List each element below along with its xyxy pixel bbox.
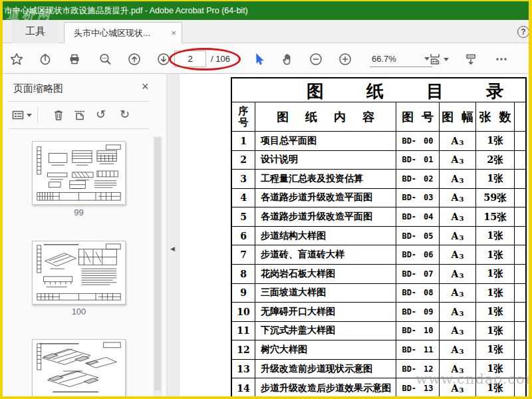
crop-page-icon[interactable] <box>73 108 86 122</box>
collapse-panel-icon[interactable]: ◀ <box>170 245 175 252</box>
cell-no: 5 <box>232 207 255 226</box>
rotate-left-icon[interactable]: ↺ <box>96 107 106 122</box>
thumbnail-page-100[interactable] <box>32 241 126 305</box>
search-icon[interactable] <box>98 53 112 66</box>
zoom-out-icon[interactable] <box>309 53 323 66</box>
code-number: 08 <box>424 288 433 297</box>
cell-remark <box>515 189 525 207</box>
hand-tool-icon[interactable] <box>281 53 294 66</box>
thumbnail-options-icon[interactable] <box>11 108 25 122</box>
cell-size: A3 <box>440 189 476 207</box>
tab-tools[interactable]: 工具 <box>12 20 59 43</box>
code-prefix: BD- <box>402 326 416 335</box>
size-letter: A <box>452 325 459 336</box>
cell-count: 1张 <box>476 265 515 283</box>
code-prefix: BD- <box>402 269 416 279</box>
panel-splitter[interactable]: ◀ <box>166 74 180 396</box>
cell-no: 9 <box>232 284 255 303</box>
print-icon[interactable] <box>68 53 81 66</box>
delete-page-icon[interactable] <box>52 108 65 122</box>
code-prefix: BD- <box>402 307 416 317</box>
more-options-icon[interactable] <box>495 53 508 66</box>
size-number: 3 <box>459 158 464 165</box>
size-number: 3 <box>459 367 464 374</box>
cell-no: 3 <box>232 170 255 188</box>
thumbnail-page-next[interactable] <box>32 339 126 396</box>
cell-remark <box>515 151 525 170</box>
cell-remark <box>515 207 525 226</box>
previous-page-icon[interactable] <box>128 53 141 66</box>
thumbnail-page-99[interactable] <box>32 141 126 205</box>
star-favorites-icon[interactable] <box>10 53 23 66</box>
cell-content: 升级改造前步道现状示意图 <box>255 360 396 378</box>
code-number: 03 <box>424 193 433 202</box>
cell-size: A3 <box>440 245 476 264</box>
cell-content: 项目总平面图 <box>255 132 396 150</box>
thumbnail-sketch <box>33 142 125 204</box>
cell-code: BD-02 <box>396 170 440 188</box>
cell-content: 无障碍开口大样图 <box>255 303 396 321</box>
zoom-level-value: 66.7% <box>370 54 396 64</box>
cell-code: BD-06 <box>396 245 440 264</box>
next-page-icon[interactable] <box>157 53 170 66</box>
help-icon[interactable]: ? <box>517 26 529 38</box>
chevron-down-icon[interactable] <box>27 114 32 117</box>
cell-count: 1张 <box>476 340 515 359</box>
cell-no: 12 <box>232 340 255 359</box>
thumbnails-scrollbar[interactable] <box>153 136 162 396</box>
divider <box>8 128 149 129</box>
cell-size: A3 <box>440 360 476 378</box>
code-prefix: BD- <box>402 345 416 354</box>
size-letter: A <box>452 269 459 279</box>
code-prefix: BD- <box>402 193 416 202</box>
zoom-in-icon[interactable] <box>338 53 352 66</box>
cell-code: BD-12 <box>396 360 440 378</box>
cell-no: 4 <box>232 189 255 207</box>
tab-close-icon[interactable]: × <box>171 29 176 37</box>
thumbnail-label: 99 <box>32 207 126 217</box>
cell-code: BD-07 <box>396 265 440 283</box>
cell-remark <box>515 245 525 264</box>
size-number: 3 <box>459 291 464 298</box>
cell-code: BD-05 <box>396 227 440 245</box>
tab-document-label: 头市中心城区现状... <box>74 27 150 39</box>
table-row: 11 下沉式井盖大样图 BD-10 A3 1张 <box>232 322 525 341</box>
table-body: 1 项目总平面图 BD-00 A3 1张 2 设计说明 BD-01 A3 2张 … <box>232 132 525 396</box>
page-scrolling-icon[interactable] <box>464 53 477 66</box>
table-row: 10 无障碍开口大样图 BD-09 A3 1张 <box>232 303 525 322</box>
zoom-level-select[interactable]: 66.7% <box>370 51 432 67</box>
select-cursor-icon[interactable] <box>253 53 266 66</box>
header-size: 图幅 <box>440 102 476 131</box>
cell-count: 1张 <box>476 170 515 188</box>
size-letter: A <box>452 211 459 222</box>
thumbnail-sketch <box>33 241 125 304</box>
chevron-down-icon[interactable] <box>444 58 449 61</box>
scrollbar-thumb[interactable] <box>154 138 161 390</box>
header-content: 图纸内容 <box>255 102 396 131</box>
fit-width-icon[interactable] <box>428 53 442 66</box>
panel-close-icon[interactable]: × <box>142 80 149 94</box>
code-prefix: BD- <box>402 155 416 164</box>
code-number: 12 <box>424 364 433 374</box>
code-number: 07 <box>424 269 433 279</box>
document-page: 图纸目录 序号 图纸内容 图号 图幅 张数 1 项目总平面图 BD-00 A3 … <box>180 74 529 396</box>
code-prefix: BD- <box>402 174 416 184</box>
size-letter: A <box>452 136 459 146</box>
share-upload-icon[interactable] <box>39 53 52 66</box>
content-area: 页面缩略图 × ↺ ↻ <box>3 74 529 396</box>
table-row: 13 升级改造前步道现状示意图 BD-12 A3 1张 <box>232 360 525 379</box>
main-toolbar: 2 / 106 66.7% <box>3 43 529 74</box>
tab-document[interactable]: 头市中心城区现状... × <box>64 22 182 43</box>
cell-no: 6 <box>232 227 255 245</box>
cell-remark <box>515 170 525 188</box>
size-letter: A <box>452 344 459 355</box>
cell-size: A3 <box>440 284 476 303</box>
cell-size: A3 <box>440 303 476 321</box>
cell-no: 7 <box>232 245 255 264</box>
cell-size: A3 <box>440 132 476 150</box>
cell-count: 1张 <box>476 378 515 396</box>
cell-no: 8 <box>232 265 255 283</box>
code-prefix: BD- <box>402 136 416 146</box>
rotate-right-icon[interactable]: ↻ <box>120 107 130 122</box>
thumbnail-sketch <box>33 340 125 396</box>
